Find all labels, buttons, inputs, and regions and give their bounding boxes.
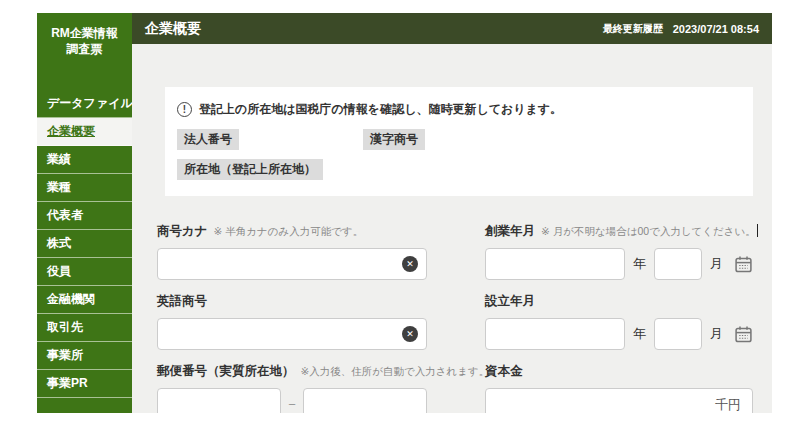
trade-name-kana-label: 商号カナ bbox=[157, 223, 208, 240]
content-area: ! 登記上の所在地は国税庁の情報を確認し、随時更新しております。 法人番号 漢字… bbox=[132, 44, 772, 413]
last-update-label: 最終更新履歴 bbox=[603, 22, 663, 36]
month-suffix-label: 月 bbox=[710, 325, 723, 343]
last-update-history: 最終更新履歴 2023/07/21 08:54 bbox=[603, 22, 759, 36]
app-title: RM企業情報 調査票 bbox=[37, 13, 132, 57]
sidebar-item-business-partners[interactable]: 取引先 bbox=[37, 314, 132, 342]
postal-code-separator: − bbox=[288, 397, 296, 412]
app-title-line2: 調査票 bbox=[37, 41, 132, 57]
main-panel: 企業概要 最終更新履歴 2023/07/21 08:54 ! 登記上の所在地は国… bbox=[132, 13, 772, 413]
establishment-month-input[interactable] bbox=[654, 318, 702, 350]
year-suffix-label: 年 bbox=[633, 255, 646, 273]
trade-name-kana-note: ※ 半角カナのみ入力可能です。 bbox=[214, 225, 364, 239]
page-header: 企業概要 最終更新履歴 2023/07/21 08:54 bbox=[132, 13, 772, 44]
chip-row-1: 法人番号 漢字商号 bbox=[177, 129, 741, 150]
founding-date-field: 創業年月 ※ 月が不明な場合は00で入力してください。 年 月 bbox=[485, 223, 753, 280]
founding-month-input[interactable] bbox=[654, 248, 702, 280]
clear-icon[interactable]: ✕ bbox=[402, 326, 418, 342]
trade-name-kana-input[interactable] bbox=[157, 248, 427, 280]
sidebar-item-industry[interactable]: 業種 bbox=[37, 174, 132, 202]
app-title-line1: RM企業情報 bbox=[37, 25, 132, 41]
establishment-date-field: 設立年月 年 月 bbox=[485, 293, 753, 350]
founding-date-label: 創業年月 bbox=[485, 223, 535, 240]
founding-date-note: ※ 月が不明な場合は00で入力してください。 bbox=[541, 224, 758, 239]
last-update-timestamp: 2023/07/21 08:54 bbox=[673, 23, 759, 35]
sidebar-item-business-pr[interactable]: 事業PR bbox=[37, 370, 132, 398]
notice-line: ! 登記上の所在地は国税庁の情報を確認し、随時更新しております。 bbox=[177, 101, 741, 118]
registered-address-chip: 所在地（登記上所在地） bbox=[177, 159, 323, 180]
founding-year-input[interactable] bbox=[485, 248, 625, 280]
sidebar-item-company-overview[interactable]: 企業概要 bbox=[37, 118, 132, 146]
form-column-left: 商号カナ ※ 半角カナのみ入力可能です。 ✕ 英語商号 bbox=[157, 223, 427, 413]
capital-field: 資本金 千円 bbox=[485, 363, 753, 413]
trade-name-kana-field: 商号カナ ※ 半角カナのみ入力可能です。 ✕ bbox=[157, 223, 427, 280]
sidebar-item-data-file[interactable]: データファイル bbox=[37, 90, 132, 118]
postal-code-label: 郵便番号（実質所在地） bbox=[157, 363, 295, 380]
establishment-date-label: 設立年月 bbox=[485, 293, 535, 310]
month-suffix-label: 月 bbox=[710, 255, 723, 273]
notice-text: 登記上の所在地は国税庁の情報を確認し、随時更新しております。 bbox=[199, 101, 562, 118]
postal-code-input-2[interactable] bbox=[303, 388, 427, 413]
english-trade-name-label: 英語商号 bbox=[157, 293, 207, 310]
establishment-year-input[interactable] bbox=[485, 318, 625, 350]
sidebar-item-officers[interactable]: 役員 bbox=[37, 258, 132, 286]
year-suffix-label: 年 bbox=[633, 325, 646, 343]
sidebar-item-stock[interactable]: 株式 bbox=[37, 230, 132, 258]
registry-notice-box: ! 登記上の所在地は国税庁の情報を確認し、随時更新しております。 法人番号 漢字… bbox=[165, 87, 753, 196]
sidebar-item-offices[interactable]: 事業所 bbox=[37, 342, 132, 370]
postal-code-note: ※入力後、住所が自動で入力されます。 bbox=[301, 365, 490, 379]
company-overview-form: 商号カナ ※ 半角カナのみ入力可能です。 ✕ 英語商号 bbox=[157, 223, 753, 413]
postal-code-input-1[interactable] bbox=[157, 388, 281, 413]
page-title: 企業概要 bbox=[145, 20, 201, 38]
english-trade-name-input[interactable] bbox=[157, 318, 427, 350]
sidebar-item-representative[interactable]: 代表者 bbox=[37, 202, 132, 230]
calendar-icon[interactable] bbox=[734, 325, 753, 344]
chip-slot: 法人番号 bbox=[177, 129, 363, 150]
form-column-right: 創業年月 ※ 月が不明な場合は00で入力してください。 年 月 bbox=[485, 223, 753, 413]
postal-code-field: 郵便番号（実質所在地） ※入力後、住所が自動で入力されます。 − bbox=[157, 363, 427, 413]
sidebar-item-performance[interactable]: 業績 bbox=[37, 146, 132, 174]
english-trade-name-field: 英語商号 ✕ bbox=[157, 293, 427, 350]
corporate-number-chip: 法人番号 bbox=[177, 129, 239, 150]
app-window: RM企業情報 調査票 データファイル 企業概要 業績 業種 代表者 株式 役員 … bbox=[37, 13, 772, 413]
info-circle-icon: ! bbox=[177, 102, 192, 117]
calendar-icon[interactable] bbox=[734, 255, 753, 274]
sidebar: RM企業情報 調査票 データファイル 企業概要 業績 業種 代表者 株式 役員 … bbox=[37, 13, 132, 413]
chip-row-2: 所在地（登記上所在地） bbox=[177, 159, 741, 180]
capital-input[interactable] bbox=[485, 388, 753, 413]
text-cursor bbox=[757, 224, 759, 237]
capital-label: 資本金 bbox=[485, 363, 523, 380]
kanji-trade-name-chip: 漢字商号 bbox=[363, 129, 425, 150]
capital-unit-label: 千円 bbox=[715, 396, 741, 413]
sidebar-item-financial-institutions[interactable]: 金融機関 bbox=[37, 286, 132, 314]
sidebar-nav: データファイル 企業概要 業績 業種 代表者 株式 役員 金融機関 取引先 事業… bbox=[37, 90, 132, 398]
clear-icon[interactable]: ✕ bbox=[402, 256, 418, 272]
